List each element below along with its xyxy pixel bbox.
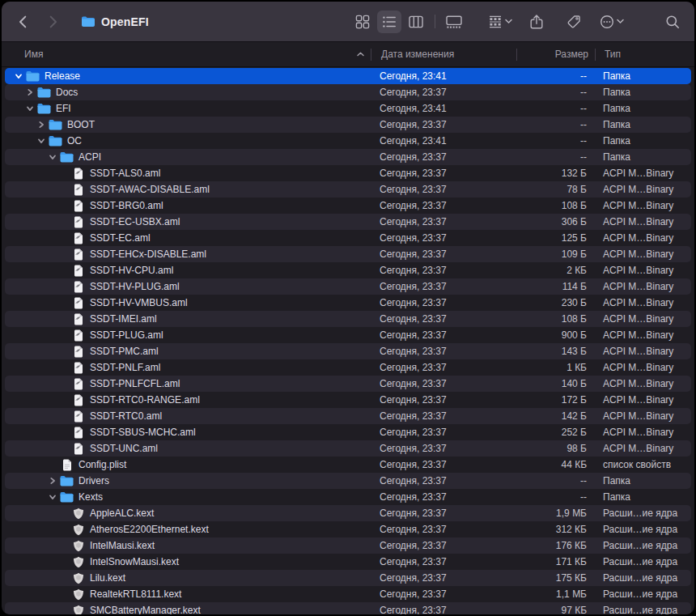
search-button[interactable] [660, 11, 685, 33]
file-row[interactable]: ReleaseСегодня, 23:41--Папка [5, 68, 691, 84]
file-name-cell: SSDT-HV-CPU.aml [5, 265, 371, 277]
file-type-cell: ACPI M…Binary [595, 346, 691, 357]
share-button[interactable] [524, 11, 549, 33]
file-row[interactable]: AppleALC.kextСегодня, 23:371,9 МБРасши…и… [5, 505, 691, 521]
aml-icon [71, 232, 85, 244]
file-row[interactable]: SSDT-RTC0-RANGE.amlСегодня, 23:37172 БAC… [5, 392, 691, 408]
chevron-down-icon[interactable] [45, 493, 60, 501]
file-date-cell: Сегодня, 23:37 [371, 378, 516, 389]
folder-icon [60, 475, 74, 486]
chevron-right-icon[interactable] [45, 477, 60, 485]
file-type-cell: ACPI M…Binary [595, 232, 691, 244]
chevron-down-icon[interactable] [34, 137, 49, 145]
file-name-label: SSDT-RTC0.aml [90, 410, 162, 422]
file-name-cell: SSDT-PLUG.aml [5, 329, 371, 342]
column-header-type[interactable]: Тип [596, 49, 694, 60]
file-row[interactable]: SMCBatteryManager.kextСегодня, 23:3797 К… [5, 602, 691, 614]
file-name-label: SSDT-AWAC-DISABLE.aml [90, 184, 210, 195]
file-row[interactable]: SSDT-IMEI.amlСегодня, 23:37108 БACPI M…B… [5, 311, 691, 327]
file-row[interactable]: BOOTСегодня, 23:37--Папка [5, 117, 691, 133]
aml-icon [71, 443, 85, 455]
file-row[interactable]: SSDT-EC-USBX.amlСегодня, 23:37306 БACPI … [5, 214, 691, 230]
folder-icon [26, 70, 40, 82]
file-row[interactable]: SSDT-RTC0.amlСегодня, 23:37142 БACPI M…B… [5, 408, 691, 424]
file-row[interactable]: DriversСегодня, 23:37--Папка [5, 473, 691, 489]
aml-icon [71, 281, 85, 293]
chevron-right-icon[interactable] [34, 121, 49, 129]
file-date-cell: Сегодня, 23:37 [371, 232, 516, 244]
file-row[interactable]: SSDT-EC.amlСегодня, 23:37125 БACPI M…Bin… [5, 230, 691, 246]
kext-icon [71, 540, 85, 552]
file-row[interactable]: IntelMausi.kextСегодня, 23:37176 КБРасши… [5, 537, 691, 554]
file-name-cell: IntelSnowMausi.kext [5, 556, 371, 568]
file-name-cell: SSDT-ALS0.aml [5, 168, 371, 180]
file-row[interactable]: SSDT-ALS0.amlСегодня, 23:37132 БACPI M…B… [5, 165, 691, 181]
column-header-size[interactable]: Размер [518, 49, 596, 60]
file-row[interactable]: SSDT-PNLF.amlСегодня, 23:371 КБACPI M…Bi… [5, 359, 691, 376]
chevron-down-icon[interactable] [23, 104, 37, 113]
kext-icon [71, 556, 85, 568]
file-type-cell: ACPI M…Binary [595, 410, 691, 422]
gallery-view-button[interactable] [442, 11, 466, 33]
view-switcher [350, 11, 466, 33]
back-button[interactable] [11, 11, 36, 33]
file-row[interactable]: SSDT-PMC.amlСегодня, 23:37143 БACPI M…Bi… [5, 343, 691, 359]
file-date-cell: Сегодня, 23:37 [371, 184, 516, 195]
file-type-cell: Папка [595, 491, 691, 503]
file-row[interactable]: SSDT-HV-CPU.amlСегодня, 23:372 КБACPI M…… [5, 262, 691, 278]
group-by-button[interactable] [487, 11, 511, 33]
file-size-cell: 171 КБ [516, 556, 595, 567]
aml-icon [71, 394, 85, 406]
file-row[interactable]: SSDT-PLUG.amlСегодня, 23:37900 БACPI M…B… [5, 327, 691, 343]
aml-icon [71, 297, 85, 309]
file-name-label: Lilu.kext [90, 572, 125, 584]
file-row[interactable]: SSDT-UNC.amlСегодня, 23:3798 БACPI M…Bin… [5, 440, 691, 457]
file-size-cell: -- [516, 70, 595, 82]
file-row[interactable]: SSDT-BRG0.amlСегодня, 23:37108 БACPI M…B… [5, 198, 691, 214]
chevron-right-icon[interactable] [23, 88, 37, 96]
column-separator [371, 49, 371, 61]
file-row[interactable]: SSDT-EHCx-DISABLE.amlСегодня, 23:37109 Б… [5, 246, 691, 262]
list-view-icon [381, 14, 397, 30]
file-row[interactable]: SSDT-HV-PLUG.amlСегодня, 23:37114 БACPI … [5, 278, 691, 295]
file-row[interactable]: Config.plistСегодня, 23:3744 КБсписок св… [5, 457, 691, 473]
file-row[interactable]: EFIСегодня, 23:41--Папка [5, 100, 691, 117]
chevron-down-icon[interactable] [45, 153, 60, 161]
file-row[interactable]: ACPIСегодня, 23:37--Папка [5, 149, 691, 165]
tag-button[interactable] [562, 11, 586, 33]
file-size-cell: -- [516, 475, 595, 486]
more-actions-button[interactable] [599, 11, 623, 33]
file-date-cell: Сегодня, 23:37 [371, 313, 516, 325]
file-type-cell: Папка [595, 135, 691, 147]
forward-button[interactable] [40, 11, 65, 33]
file-row[interactable]: DocsСегодня, 23:37--Папка [5, 84, 691, 100]
file-name-cell: SSDT-IMEI.aml [5, 313, 371, 325]
file-name-cell: SMCBatteryManager.kext [5, 605, 371, 615]
file-row[interactable]: AtherosE2200Ethernet.kextСегодня, 23:373… [5, 521, 691, 537]
file-row[interactable]: Lilu.kextСегодня, 23:37175 КБРасши…ие яд… [5, 570, 691, 586]
aml-icon [71, 410, 85, 423]
file-row[interactable]: OCСегодня, 23:41--Папка [5, 133, 691, 149]
column-view-button[interactable] [404, 11, 428, 33]
file-row[interactable]: SSDT-SBUS-MCHC.amlСегодня, 23:37252 БACP… [5, 424, 691, 440]
file-name-cell: SSDT-EC.aml [5, 232, 371, 244]
file-row[interactable]: RealtekRTL8111.kextСегодня, 23:371,1 МБР… [5, 586, 691, 602]
file-name-cell: SSDT-RTC0-RANGE.aml [5, 394, 371, 406]
gallery-view-icon [445, 14, 463, 30]
column-header-date[interactable]: Дата изменения [372, 49, 518, 60]
file-name-label: EFI [56, 103, 71, 114]
file-type-cell: список свойств [595, 459, 691, 470]
file-row[interactable]: SSDT-AWAC-DISABLE.amlСегодня, 23:3778 БA… [5, 181, 691, 198]
file-type-cell: Папка [595, 151, 691, 163]
file-row[interactable]: SSDT-HV-VMBUS.amlСегодня, 23:37230 БACPI… [5, 295, 691, 311]
file-row[interactable]: IntelSnowMausi.kextСегодня, 23:37171 КБР… [5, 554, 691, 570]
file-row[interactable]: KextsСегодня, 23:37--Папка [5, 489, 691, 505]
list-view-button[interactable] [377, 11, 401, 33]
file-row[interactable]: SSDT-PNLFCFL.amlСегодня, 23:37140 БACPI … [5, 376, 691, 392]
column-header-name[interactable]: Имя [2, 49, 372, 60]
file-name-cell: SSDT-EHCx-DISABLE.aml [5, 249, 371, 261]
window-proxy[interactable]: OpenEFI [81, 15, 149, 28]
grid-view-button[interactable] [350, 11, 375, 33]
chevron-down-icon[interactable] [11, 72, 26, 80]
aml-icon [71, 313, 85, 325]
